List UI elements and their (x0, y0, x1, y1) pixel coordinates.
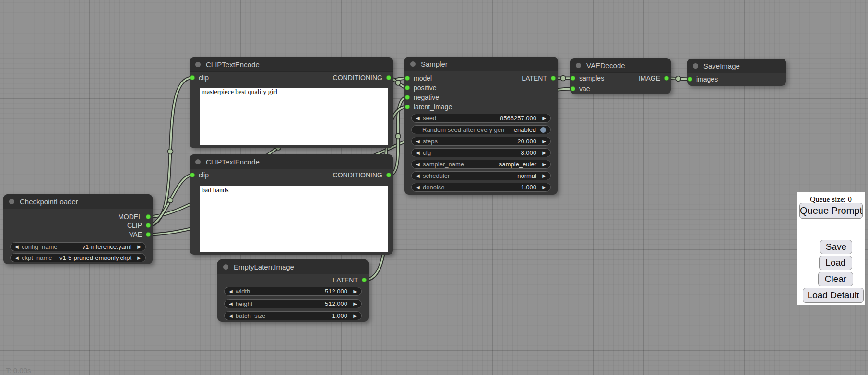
save-button[interactable]: Save (820, 240, 852, 254)
increment-arrow-icon[interactable]: ▶ (351, 301, 357, 306)
decrement-arrow-icon[interactable]: ◀ (416, 139, 422, 144)
widget-cfg[interactable]: ◀ cfg 8.000 ▶ (411, 148, 551, 157)
input-slot-positive[interactable]: positive (405, 84, 436, 92)
collapse-dot-icon[interactable] (693, 63, 698, 69)
node-checkpoint-loader[interactable]: CheckpointLoader MODEL CLIP VAE ◀ config… (3, 194, 153, 264)
output-dot-icon[interactable] (386, 75, 391, 80)
input-slot-clip[interactable]: clip (190, 74, 209, 82)
input-dot-icon[interactable] (405, 95, 410, 100)
node-clip-text-encode-negative[interactable]: CLIPTextEncode clip CONDITIONING bad han… (190, 154, 393, 255)
output-dot-icon[interactable] (146, 223, 151, 228)
widget-sampler-name[interactable]: ◀ sampler_name sample_euler ▶ (411, 160, 551, 169)
increment-arrow-icon[interactable]: ▶ (540, 173, 546, 178)
input-slot-model[interactable]: model (405, 74, 432, 82)
decrement-arrow-icon[interactable]: ◀ (416, 116, 422, 121)
output-dot-icon[interactable] (146, 214, 151, 219)
output-dot-icon[interactable] (146, 232, 151, 237)
increment-arrow-icon[interactable]: ▶ (540, 162, 546, 167)
decrement-arrow-icon[interactable]: ◀ (15, 255, 21, 260)
node-empty-latent-image[interactable]: EmptyLatentImage LATENT ◀ width 512.000 … (217, 259, 369, 322)
collapse-dot-icon[interactable] (410, 61, 416, 67)
widget-width[interactable]: ◀ width 512.000 ▶ (224, 287, 362, 296)
node-sampler[interactable]: Sampler model positive negative latent_i… (404, 57, 558, 195)
widget-steps[interactable]: ◀ steps 20.000 ▶ (411, 137, 551, 146)
widget-batch-size[interactable]: ◀ batch_size 1.000 ▶ (224, 311, 362, 320)
output-dot-icon[interactable] (664, 76, 669, 81)
widget-ckpt-name[interactable]: ◀ ckpt_name v1-5-pruned-emaonly.ckpt ▶ (10, 253, 146, 262)
node-titlebar[interactable]: CheckpointLoader (3, 194, 153, 209)
input-slot-images[interactable]: images (688, 75, 718, 83)
collapse-dot-icon[interactable] (576, 63, 581, 68)
queue-prompt-button[interactable]: Queue Prompt (799, 203, 863, 219)
widget-scheduler[interactable]: ◀ scheduler normal ▶ (411, 171, 551, 180)
decrement-arrow-icon[interactable]: ◀ (416, 162, 422, 167)
slot-label: CONDITIONING (333, 74, 382, 82)
decrement-arrow-icon[interactable]: ◀ (229, 289, 235, 294)
collapse-dot-icon[interactable] (195, 159, 201, 164)
input-dot-icon[interactable] (688, 77, 692, 82)
node-clip-text-encode-positive[interactable]: CLIPTextEncode clip CONDITIONING masterp… (190, 57, 393, 148)
input-dot-icon[interactable] (190, 173, 195, 177)
decrement-arrow-icon[interactable]: ◀ (15, 244, 21, 249)
node-titlebar[interactable]: Sampler (404, 57, 558, 71)
node-titlebar[interactable]: EmptyLatentImage (217, 259, 369, 274)
toggle-dot-icon[interactable] (540, 127, 546, 133)
load-default-button[interactable]: Load Default (803, 288, 864, 303)
input-dot-icon[interactable] (190, 75, 195, 80)
input-dot-icon[interactable] (405, 85, 410, 90)
widget-denoise[interactable]: ◀ denoise 1.000 ▶ (411, 183, 551, 192)
output-slot-model[interactable]: MODEL (118, 213, 151, 221)
main-menu-panel: Queue size: 0 Queue Prompt Save Load Cle… (797, 192, 865, 305)
collapse-dot-icon[interactable] (223, 264, 228, 270)
input-dot-icon[interactable] (405, 105, 410, 109)
output-slot-latent[interactable]: LATENT (333, 276, 367, 284)
output-slot-conditioning[interactable]: CONDITIONING (333, 74, 391, 82)
input-slot-latent-image[interactable]: latent_image (405, 103, 452, 111)
increment-arrow-icon[interactable]: ▶ (135, 255, 141, 260)
collapse-dot-icon[interactable] (9, 199, 14, 204)
output-slot-conditioning[interactable]: CONDITIONING (333, 171, 391, 179)
input-slot-negative[interactable]: negative (405, 94, 439, 101)
widget-seed[interactable]: ◀ seed 8566257.000 ▶ (411, 114, 551, 123)
output-slot-clip[interactable]: CLIP (127, 222, 151, 229)
node-vae-decode[interactable]: VAEDecode samples vae IMAGE (570, 58, 671, 94)
widget-height[interactable]: ◀ height 512.000 ▶ (224, 299, 362, 308)
node-titlebar[interactable]: CLIPTextEncode (190, 154, 393, 169)
node-titlebar[interactable]: CLIPTextEncode (190, 57, 393, 72)
collapse-dot-icon[interactable] (195, 62, 201, 67)
node-titlebar[interactable]: VAEDecode (570, 58, 671, 73)
output-dot-icon[interactable] (386, 173, 391, 177)
decrement-arrow-icon[interactable]: ◀ (229, 301, 235, 306)
increment-arrow-icon[interactable]: ▶ (135, 244, 141, 249)
input-dot-icon[interactable] (571, 86, 575, 91)
increment-arrow-icon[interactable]: ▶ (540, 116, 546, 121)
decrement-arrow-icon[interactable]: ◀ (416, 185, 422, 190)
increment-arrow-icon[interactable]: ▶ (351, 289, 357, 294)
widget-value: v1-5-pruned-emaonly.ckpt (59, 254, 131, 261)
widget-random-seed-toggle[interactable]: Random seed after every gen enabled (411, 125, 551, 134)
input-slot-clip[interactable]: clip (190, 171, 209, 179)
increment-arrow-icon[interactable]: ▶ (540, 185, 546, 190)
output-slot-vae[interactable]: VAE (129, 231, 151, 238)
positive-prompt-textarea[interactable]: masterpiece best quality girl (200, 88, 388, 145)
input-dot-icon[interactable] (405, 76, 410, 81)
load-button[interactable]: Load (819, 256, 852, 270)
output-dot-icon[interactable] (362, 278, 367, 282)
increment-arrow-icon[interactable]: ▶ (351, 313, 357, 318)
widget-config-name[interactable]: ◀ config_name v1-inference.yaml ▶ (10, 242, 146, 251)
node-titlebar[interactable]: SaveImage (687, 59, 786, 73)
increment-arrow-icon[interactable]: ▶ (540, 150, 546, 155)
negative-prompt-textarea[interactable]: bad hands (200, 186, 388, 252)
clear-button[interactable]: Clear (818, 272, 853, 286)
increment-arrow-icon[interactable]: ▶ (540, 139, 546, 144)
output-slot-latent[interactable]: LATENT (522, 74, 556, 82)
input-slot-vae[interactable]: vae (571, 85, 590, 93)
decrement-arrow-icon[interactable]: ◀ (416, 150, 422, 155)
decrement-arrow-icon[interactable]: ◀ (416, 173, 422, 178)
node-save-image[interactable]: SaveImage images (687, 59, 786, 86)
decrement-arrow-icon[interactable]: ◀ (229, 313, 235, 318)
output-slot-image[interactable]: IMAGE (639, 74, 669, 82)
input-slot-samples[interactable]: samples (571, 74, 604, 82)
output-dot-icon[interactable] (551, 76, 556, 81)
input-dot-icon[interactable] (571, 76, 575, 81)
